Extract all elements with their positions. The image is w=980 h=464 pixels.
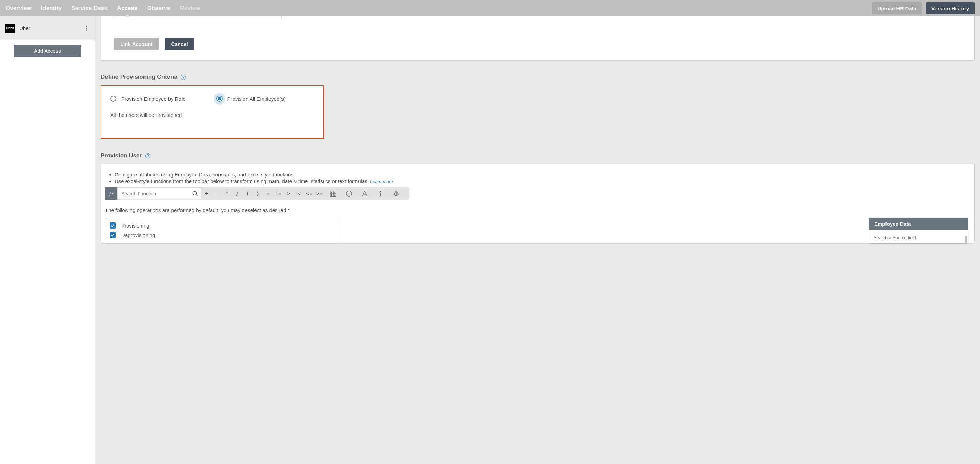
nav-tab-review[interactable]: Review bbox=[180, 0, 200, 16]
check-row-deprovisioning: Deprovisioning bbox=[110, 232, 333, 238]
employee-data-panel: Employee Data bbox=[869, 218, 968, 243]
help-icon[interactable]: ? bbox=[145, 153, 150, 158]
employee-data-header: Employee Data bbox=[869, 218, 968, 230]
input-field-stub[interactable] bbox=[114, 16, 282, 19]
section-header-provision-user: Provision User ? bbox=[101, 152, 975, 159]
search-icon bbox=[192, 191, 198, 197]
svg-point-9 bbox=[331, 194, 332, 195]
op-neq[interactable]: != bbox=[273, 191, 283, 197]
section-title: Provision User bbox=[101, 152, 142, 159]
kebab-menu-icon[interactable] bbox=[83, 26, 89, 31]
operator-list: + - * / ( ) = != > < <= >= bbox=[201, 187, 325, 200]
op-mult[interactable]: * bbox=[222, 191, 232, 197]
provision-user-card: Configure attributes using Employee Data… bbox=[101, 164, 975, 244]
learn-more-link[interactable]: Learn more bbox=[370, 179, 393, 184]
cancel-button[interactable]: Cancel bbox=[165, 38, 194, 50]
radio-icon bbox=[216, 96, 223, 102]
section-header-provisioning-criteria: Define Provisioning Criteria ? bbox=[101, 74, 975, 81]
instruction-list: Configure attributes using Employee Data… bbox=[115, 172, 970, 184]
svg-point-10 bbox=[331, 196, 332, 196]
svg-line-25 bbox=[398, 195, 399, 195]
op-gte[interactable]: >= bbox=[314, 191, 325, 197]
help-icon[interactable]: ? bbox=[181, 75, 186, 80]
nav-tab-access[interactable]: Access bbox=[117, 0, 138, 16]
nav-tab-observe[interactable]: Observe bbox=[147, 0, 170, 16]
op-eq[interactable]: = bbox=[263, 191, 273, 197]
upload-hr-data-button[interactable]: Upload HR Data bbox=[872, 2, 922, 14]
employee-data-search-input[interactable] bbox=[873, 234, 964, 242]
clock-icon[interactable] bbox=[345, 190, 353, 198]
operations-intro: The following operations are performed b… bbox=[105, 207, 970, 213]
nav-tab-service-desk[interactable]: Service Desk bbox=[71, 0, 108, 16]
svg-point-17 bbox=[380, 191, 381, 191]
org-logo: UBER bbox=[5, 24, 15, 33]
checkbox-deprovisioning[interactable] bbox=[110, 232, 116, 238]
operations-list: Provisioning Deprovisioning bbox=[105, 218, 337, 243]
op-plus[interactable]: + bbox=[201, 191, 212, 197]
checkbox-provisioning[interactable] bbox=[110, 222, 116, 228]
info-icon[interactable] bbox=[377, 190, 384, 198]
radio-icon bbox=[110, 96, 116, 102]
svg-line-1 bbox=[196, 194, 197, 196]
top-nav: Overview Identity Service Desk Access Ob… bbox=[0, 0, 980, 16]
function-search-input[interactable] bbox=[121, 191, 192, 196]
version-history-button[interactable]: Version History bbox=[926, 2, 975, 14]
link-account-button[interactable]: Link Account bbox=[114, 38, 159, 50]
provisioning-description: All the users will be provisioned bbox=[110, 112, 314, 118]
fx-label-icon: ƒx bbox=[105, 187, 118, 200]
function-toolbar: ƒx + - * / ( ) = != > < <= >= bbox=[105, 187, 409, 200]
nav-tabs: Overview Identity Service Desk Access Ob… bbox=[5, 0, 200, 16]
provisioning-criteria-box: Provision Employee by Role Provision All… bbox=[101, 85, 324, 139]
radio-provision-by-role[interactable]: Provision Employee by Role bbox=[110, 96, 186, 102]
checkbox-label: Provisioning bbox=[121, 223, 149, 228]
op-gt[interactable]: > bbox=[283, 191, 294, 197]
svg-point-0 bbox=[193, 191, 197, 195]
op-div[interactable]: / bbox=[232, 191, 242, 197]
math-icon[interactable] bbox=[329, 190, 337, 198]
sidebar: UBER Uber Add Access bbox=[0, 16, 95, 464]
op-lt[interactable]: < bbox=[294, 191, 304, 197]
instruction-item: Use excel-style functions from the toolb… bbox=[115, 178, 970, 184]
svg-line-15 bbox=[349, 194, 350, 194]
op-paren-close[interactable]: ) bbox=[253, 191, 263, 197]
nav-tab-identity[interactable]: Identity bbox=[41, 0, 62, 16]
instruction-item: Configure attributes using Employee Data… bbox=[115, 172, 970, 177]
org-name: Uber bbox=[19, 26, 83, 31]
function-search[interactable] bbox=[118, 188, 201, 199]
radio-label: Provision Employee by Role bbox=[121, 96, 186, 102]
link-account-card: Link Account Cancel bbox=[101, 16, 975, 61]
debug-icon[interactable] bbox=[392, 190, 400, 198]
svg-line-22 bbox=[393, 193, 395, 193]
add-access-button[interactable]: Add Access bbox=[14, 45, 81, 57]
op-minus[interactable]: - bbox=[212, 191, 222, 197]
svg-line-23 bbox=[393, 195, 395, 195]
nav-tab-overview[interactable]: Overview bbox=[5, 0, 32, 16]
op-paren-open[interactable]: ( bbox=[242, 191, 253, 197]
text-icon[interactable] bbox=[361, 190, 368, 198]
checkbox-label: Deprovisioning bbox=[121, 232, 155, 238]
section-title: Define Provisioning Criteria bbox=[101, 74, 177, 81]
op-lte[interactable]: <= bbox=[304, 191, 314, 197]
radio-provision-all[interactable]: Provision All Employee(s) bbox=[216, 96, 286, 102]
org-row: UBER Uber bbox=[0, 16, 95, 40]
check-row-provisioning: Provisioning bbox=[110, 222, 333, 228]
radio-label: Provision All Employee(s) bbox=[228, 96, 286, 102]
svg-line-24 bbox=[398, 193, 399, 193]
main-content: Link Account Cancel Define Provisioning … bbox=[95, 16, 980, 464]
scrollbar-thumb[interactable] bbox=[964, 236, 967, 242]
